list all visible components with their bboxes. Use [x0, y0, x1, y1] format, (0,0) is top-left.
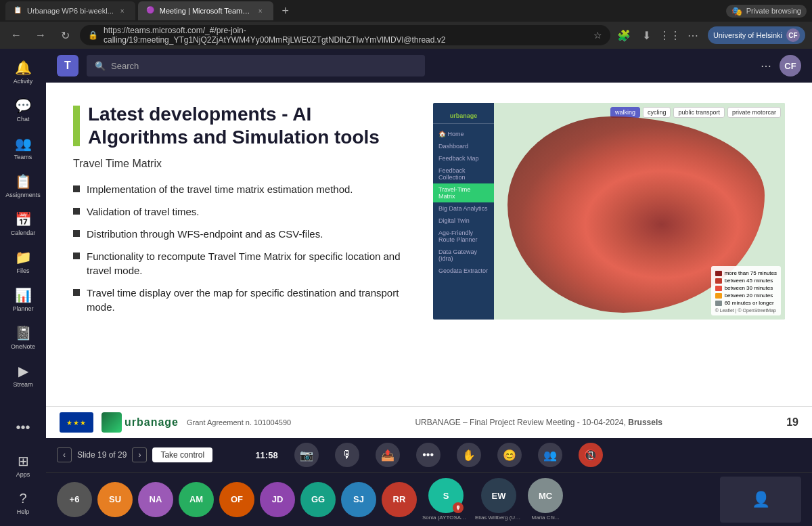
more-dots-icon: ••• — [422, 449, 434, 461]
sidebar-item-help[interactable]: ? Help — [5, 485, 41, 521]
public-transport-mode-btn[interactable]: public transport — [673, 107, 725, 118]
camera-control-button[interactable]: 📷 — [294, 443, 319, 467]
map-panel-feedback-map[interactable]: Feedback Map — [433, 152, 494, 165]
motorcar-mode-btn[interactable]: private motorcar — [727, 107, 781, 118]
participant-am-avatar[interactable]: AM — [179, 482, 214, 517]
settings-icon[interactable]: ⋯ — [685, 27, 701, 43]
sidebar-item-stream[interactable]: ▶ Stream — [5, 357, 41, 393]
bullet-3: Distribution through WFS-endpoint and as… — [73, 227, 413, 241]
tab-2[interactable]: 🟣 Meeting | Microsoft Teams PLAYING × — [138, 1, 273, 20]
map-panel-dashboard[interactable]: Dashboard — [433, 140, 494, 152]
cycling-mode-btn[interactable]: cycling — [643, 107, 671, 118]
hand-control-button[interactable]: ✋ — [457, 443, 481, 467]
user-profile-avatar[interactable]: CF — [780, 55, 801, 76]
sidebar-item-calendar[interactable]: 📅 Calendar — [5, 206, 41, 241]
participant-s-mic-icon: 🎙 — [453, 502, 464, 513]
download-icon[interactable]: ⬇ — [639, 27, 655, 43]
bookmark-icon[interactable]: ⋮⋮ — [662, 27, 678, 43]
address-text: https://teams.microsoft.com/_#/pre-join-… — [104, 26, 588, 45]
participants-bar: +6 SU NA AM OF JD GG SJ — [46, 472, 812, 526]
participants-icon: 👥 — [543, 449, 557, 462]
participant-s-label: Sonia (AYTOSAN) (G... — [422, 514, 470, 521]
address-actions: ☆ — [593, 30, 602, 41]
more-options-icon[interactable]: ⋯ — [761, 60, 771, 72]
map-panel-geodata[interactable]: Geodata Extractor — [433, 265, 494, 277]
teams-topbar: T 🔍 Search ⋯ CF — [46, 49, 812, 83]
meeting-controls-bar: ‹ Slide 19 of 29 › Take control 11:58 📷 … — [46, 438, 812, 472]
participant-gg-avatar[interactable]: GG — [300, 482, 336, 517]
participant-mc-label: Maria Chi... — [532, 514, 560, 521]
sidebar-item-activity[interactable]: 🔔 Activity — [5, 54, 41, 89]
map-panel-big-data[interactable]: Big Data Analytics — [433, 202, 494, 215]
legend-item-5: 60 minutes or longer — [715, 300, 777, 306]
bullet-square-4 — [73, 253, 80, 259]
participant-overflow: +6 — [57, 482, 92, 517]
address-bar[interactable]: 🔒 https://teams.microsoft.com/_#/pre-joi… — [80, 25, 610, 45]
mic-control-button[interactable]: 🎙 — [335, 443, 359, 467]
next-slide-button[interactable]: › — [132, 447, 147, 462]
map-panel-data-gateway[interactable]: Data Gateway (Idra) — [433, 246, 494, 265]
participant-mc-avatar[interactable]: MC — [528, 478, 563, 513]
participant-ew-avatar[interactable]: EW — [481, 478, 516, 513]
extensions-icon[interactable]: 🧩 — [616, 27, 632, 43]
map-panel-home[interactable]: 🏠 Home — [433, 128, 494, 140]
mic-icon: 🎙 — [342, 449, 353, 461]
participant-rr-avatar[interactable]: RR — [382, 482, 417, 517]
map-sidebar-panel: urbanage 🏠 Home Dashboard Feedback Map F… — [433, 103, 494, 320]
map-panel-digital-twin[interactable]: Digital Twin — [433, 215, 494, 227]
legend-color-2 — [715, 278, 722, 284]
forward-button[interactable]: → — [31, 26, 50, 45]
prev-slide-button[interactable]: ‹ — [57, 447, 72, 462]
private-icon: 🎭 — [731, 6, 742, 16]
participant-s-avatar[interactable]: S 🎙 — [428, 478, 464, 513]
participant-su-avatar[interactable]: SU — [97, 482, 133, 517]
nav-bar: ← → ↻ 🔒 https://teams.microsoft.com/_#/p… — [0, 22, 812, 49]
map-panel-logo: urbanage — [433, 108, 494, 124]
participant-ew: EW Elias Willberg (UH) (... — [475, 478, 522, 521]
react-control-button[interactable]: 😊 — [497, 443, 522, 467]
map-legend: more than 75 minutes between 45 minutes — [711, 266, 781, 315]
star-icon[interactable]: ☆ — [593, 30, 602, 41]
search-bar[interactable]: 🔍 Search — [87, 55, 425, 76]
sidebar-item-onenote[interactable]: 📓 OneNote — [5, 320, 41, 355]
back-button[interactable]: ← — [7, 26, 26, 45]
participants-control-button[interactable]: 👥 — [538, 443, 562, 467]
assignments-icon: 📋 — [15, 173, 32, 190]
profile-area[interactable]: University of Helsinki CF — [708, 26, 805, 44]
refresh-button[interactable]: ↻ — [55, 26, 74, 45]
tab-1-close[interactable]: × — [118, 6, 127, 16]
sidebar-item-chat[interactable]: 💬 Chat — [5, 92, 41, 127]
more-control-button[interactable]: ••• — [416, 443, 441, 467]
tab-bar: 📋 Urbanage WP6 bi-weekl... × 🟣 Meeting |… — [0, 0, 812, 22]
calendar-icon: 📅 — [15, 211, 32, 227]
hangup-button[interactable]: 📵 — [579, 443, 603, 467]
participant-ew-label: Elias Willberg (UH) (... — [475, 514, 522, 521]
sidebar-item-more[interactable]: ••• — [5, 410, 41, 445]
map-panel-travel-time[interactable]: Travel-Time Matrix — [433, 183, 494, 202]
map-panel-route-planner[interactable]: Age-Friendly Route Planner — [433, 227, 494, 246]
participant-of-avatar[interactable]: OF — [219, 482, 254, 517]
participant-na-avatar[interactable]: NA — [138, 482, 173, 517]
map-inner: urbanage 🏠 Home Dashboard Feedback Map F… — [433, 103, 785, 320]
bullet-square-2 — [73, 208, 80, 215]
share-control-button[interactable]: 📤 — [376, 443, 400, 467]
participant-more-avatar[interactable]: +6 — [57, 482, 92, 517]
green-accent — [73, 106, 80, 146]
sidebar-item-files[interactable]: 📁 Files — [5, 244, 41, 279]
tab-2-close[interactable]: × — [256, 6, 265, 16]
sidebar-item-teams[interactable]: 👥 Teams — [5, 130, 41, 165]
bullet-5: Travel time display over the map for spe… — [73, 286, 413, 314]
grant-label: Grant Agreement n. 101004590 — [187, 418, 291, 426]
participant-sj-avatar[interactable]: SJ — [341, 482, 376, 517]
sidebar-item-assignments[interactable]: 📋 Assignments — [5, 168, 41, 203]
sidebar-item-apps[interactable]: ⊞ Apps — [5, 447, 41, 483]
teams-right-icons: ⋯ CF — [761, 55, 801, 76]
legend-item-2: between 45 minutes — [715, 278, 777, 284]
tab-1[interactable]: 📋 Urbanage WP6 bi-weekl... × — [5, 1, 135, 20]
participant-jd-avatar[interactable]: JD — [260, 482, 295, 517]
take-control-button[interactable]: Take control — [152, 447, 212, 462]
sidebar-item-planner[interactable]: 📊 Planner — [5, 282, 41, 317]
map-panel-feedback-collection[interactable]: Feedback Collection — [433, 165, 494, 183]
new-tab-button[interactable]: + — [276, 1, 295, 20]
map-screenshot: urbanage 🏠 Home Dashboard Feedback Map F… — [433, 103, 785, 320]
